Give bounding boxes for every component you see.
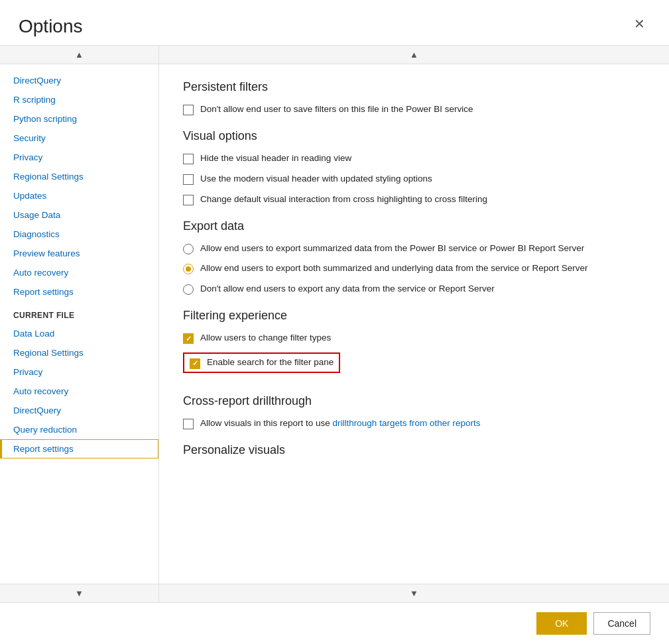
- sidebar-item-auto-recovery[interactable]: Auto recovery: [0, 263, 158, 282]
- section-title-export-data: Export data: [183, 219, 645, 233]
- sidebar-item-cf-regional-settings[interactable]: Regional Settings: [0, 343, 158, 362]
- sidebar-item-diagnostics[interactable]: Diagnostics: [0, 225, 158, 244]
- checkbox-filtering-experience-1[interactable]: [190, 358, 200, 369]
- section-title-visual-options: Visual options: [183, 129, 645, 143]
- section-title-personalize-visuals: Personalize visuals: [183, 443, 645, 457]
- sidebar-scroll-down[interactable]: ▼: [0, 584, 158, 602]
- option-row-filtering-experience-0: Allow users to change filter types: [183, 332, 645, 345]
- option-row-persistent-filters-0: Don't allow end user to save filters on …: [183, 103, 645, 116]
- option-text-visual-options-0: Hide the visual header in reading view: [200, 152, 351, 165]
- global-nav: DirectQueryR scriptingPython scriptingSe…: [0, 71, 158, 301]
- dialog-footer: OK Cancel: [0, 602, 669, 644]
- content-area: Persistent filtersDon't allow end user t…: [159, 64, 669, 584]
- sidebar-item-regional-settings[interactable]: Regional Settings: [0, 167, 158, 186]
- sidebar-item-r-scripting[interactable]: R scripting: [0, 90, 158, 109]
- radio-export-data-2[interactable]: [183, 284, 194, 295]
- content-scroll-up[interactable]: ▲: [159, 46, 669, 64]
- sidebar-item-cf-directquery[interactable]: DirectQuery: [0, 401, 158, 420]
- option-text-cross-report-0: Allow visuals in this report to use dril…: [200, 417, 480, 430]
- option-text-export-data-1: Allow end users to export both summarize…: [200, 262, 588, 275]
- sidebar-item-privacy[interactable]: Privacy: [0, 148, 158, 167]
- sidebar-item-python-scripting[interactable]: Python scripting: [0, 109, 158, 129]
- dialog-header: Options ✕: [0, 0, 669, 45]
- section-title-filtering-experience: Filtering experience: [183, 309, 645, 323]
- sidebar-item-usage-data[interactable]: Usage Data: [0, 205, 158, 225]
- section-title-cross-report: Cross-report drillthrough: [183, 394, 645, 408]
- checkbox-cross-report-0[interactable]: [183, 419, 194, 429]
- option-text-visual-options-1: Use the modern visual header with update…: [200, 173, 432, 186]
- ok-button[interactable]: OK: [536, 612, 587, 635]
- cancel-button[interactable]: Cancel: [593, 612, 650, 635]
- option-text-export-data-0: Allow end users to export summarized dat…: [200, 242, 584, 255]
- option-text-export-data-2: Don't allow end users to export any data…: [200, 283, 495, 295]
- option-row-cross-report-0: Allow visuals in this report to use dril…: [183, 417, 645, 430]
- sidebar-item-cf-report-settings[interactable]: Report settings: [0, 439, 158, 458]
- option-row-export-data-2: Don't allow end users to export any data…: [183, 283, 645, 295]
- radio-export-data-1[interactable]: [183, 264, 194, 274]
- option-row-export-data-0: Allow end users to export summarized dat…: [183, 242, 645, 255]
- option-highlighted-filtering-experience-1: Enable search for the filter pane: [183, 352, 340, 373]
- sidebar-item-security[interactable]: Security: [0, 129, 158, 148]
- option-row-visual-options-2: Change default visual interaction from c…: [183, 193, 645, 206]
- option-text-filtering-experience-1: Enable search for the filter pane: [207, 356, 334, 369]
- sidebar-item-data-load[interactable]: Data Load: [0, 324, 158, 343]
- sidebar-item-cf-privacy[interactable]: Privacy: [0, 362, 158, 382]
- checkbox-visual-options-0[interactable]: [183, 154, 194, 164]
- checkbox-visual-options-1[interactable]: [183, 174, 194, 185]
- option-text-visual-options-2: Change default visual interaction from c…: [200, 193, 487, 206]
- section-title-persistent-filters: Persistent filters: [183, 80, 645, 94]
- dialog-body: ▲ DirectQueryR scriptingPython scripting…: [0, 45, 669, 602]
- sidebar-item-preview-features[interactable]: Preview features: [0, 244, 158, 263]
- options-dialog: Options ✕ ▲ DirectQueryR scriptingPython…: [0, 0, 669, 644]
- option-text-persistent-filters-0: Don't allow end user to save filters on …: [200, 103, 473, 116]
- checkbox-visual-options-2[interactable]: [183, 195, 194, 205]
- sidebar-item-directquery[interactable]: DirectQuery: [0, 71, 158, 90]
- option-row-export-data-1: Allow end users to export both summarize…: [183, 262, 645, 275]
- radio-export-data-0[interactable]: [183, 244, 194, 254]
- option-text-filtering-experience-0: Allow users to change filter types: [200, 332, 331, 345]
- option-row-visual-options-1: Use the modern visual header with update…: [183, 173, 645, 186]
- checkbox-filtering-experience-0[interactable]: [183, 333, 194, 344]
- option-row-visual-options-0: Hide the visual header in reading view: [183, 152, 645, 165]
- sidebar-item-cf-auto-recovery[interactable]: Auto recovery: [0, 382, 158, 401]
- main-content: ▲ Persistent filtersDon't allow end user…: [159, 46, 669, 602]
- sidebar-item-report-settings[interactable]: Report settings: [0, 282, 158, 301]
- sidebar-item-query-reduction[interactable]: Query reduction: [0, 420, 158, 439]
- sidebar: ▲ DirectQueryR scriptingPython scripting…: [0, 46, 159, 602]
- option-link-cross-report-0[interactable]: drillthrough targets from other reports: [333, 418, 481, 428]
- content-scroll-down[interactable]: ▼: [159, 584, 669, 602]
- sidebar-scroll-up[interactable]: ▲: [0, 46, 158, 64]
- current-file-nav: Data LoadRegional SettingsPrivacyAuto re…: [0, 324, 158, 458]
- sidebar-item-updates[interactable]: Updates: [0, 186, 158, 205]
- sidebar-nav: DirectQueryR scriptingPython scriptingSe…: [0, 64, 158, 584]
- checkbox-persistent-filters-0[interactable]: [183, 105, 194, 115]
- close-button[interactable]: ✕: [629, 13, 650, 34]
- current-file-header: CURRENT FILE: [0, 301, 158, 324]
- dialog-title: Options: [19, 16, 83, 37]
